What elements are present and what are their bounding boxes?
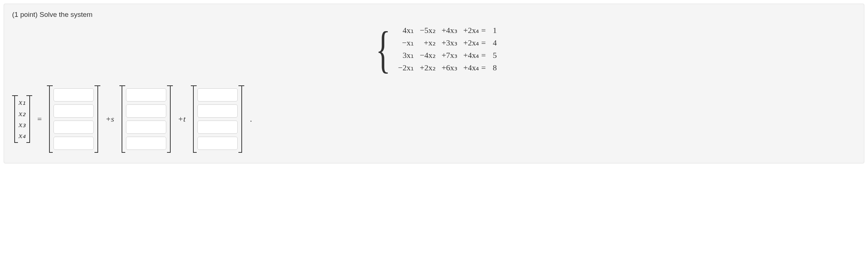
equation-row: 3x₁ −4x₂ +7x₃ +4x₄ = 5 <box>398 50 497 60</box>
s-direction-input-3[interactable] <box>126 121 166 134</box>
eq-rhs: 1 <box>491 25 497 36</box>
eq-term: +4x₄ = <box>463 63 486 73</box>
eq-term: −5x₂ <box>419 25 436 36</box>
var-label: x₄ <box>19 131 26 140</box>
equation-table: 4x₁ −5x₂ +4x₃ +2x₄ = 1 −x₁ +x₂ +3x₃ +2x₄… <box>393 23 502 75</box>
bracket-left-icon <box>47 85 51 153</box>
t-direction-input-3[interactable] <box>197 121 238 134</box>
eq-rhs: 8 <box>491 63 497 73</box>
t-direction-vector <box>191 85 244 153</box>
eq-term: +2x₄ = <box>463 38 486 48</box>
bracket-right-icon <box>29 95 32 143</box>
left-brace-icon: { <box>375 27 390 71</box>
eq-term: 3x₁ <box>398 50 414 60</box>
t-direction-input-1[interactable] <box>197 88 238 101</box>
plus-t-label: +t <box>178 114 186 124</box>
equation-row: 4x₁ −5x₂ +4x₃ +2x₄ = 1 <box>398 25 497 36</box>
eq-term: +4x₄ = <box>463 50 486 60</box>
bracket-left-icon <box>191 85 194 153</box>
var-label: x₁ <box>19 97 26 107</box>
eq-term: 4x₁ <box>398 25 414 36</box>
plus-s-label: +s <box>105 114 114 124</box>
eq-term: −2x₁ <box>398 63 414 73</box>
bracket-right-icon <box>241 85 244 153</box>
trailing-period: . <box>250 114 252 124</box>
eq-term: +7x₃ <box>441 50 458 60</box>
particular-input-2[interactable] <box>53 104 94 118</box>
equation-row: −2x₁ +2x₂ +6x₃ +4x₄ = 8 <box>398 63 497 73</box>
t-direction-input-2[interactable] <box>197 104 238 118</box>
variable-vector: x₁ x₂ x₃ x₄ <box>12 95 32 143</box>
particular-input-1[interactable] <box>53 88 94 101</box>
bracket-right-icon <box>169 85 173 153</box>
s-direction-input-4[interactable] <box>126 137 166 150</box>
s-direction-vector <box>119 85 173 153</box>
particular-input-3[interactable] <box>53 121 94 134</box>
particular-input-4[interactable] <box>53 137 94 150</box>
bracket-left-icon <box>12 95 16 143</box>
equation-row: −x₁ +x₂ +3x₃ +2x₄ = 4 <box>398 38 497 48</box>
instruction-text: Solve the system <box>40 11 93 18</box>
eq-term: +x₂ <box>419 38 436 48</box>
bracket-right-icon <box>97 85 100 153</box>
answer-row: x₁ x₂ x₃ x₄ = +s <box>12 85 856 153</box>
eq-term: −x₁ <box>398 38 414 48</box>
points-label: (1 point) <box>12 11 38 18</box>
system-equations: { 4x₁ −5x₂ +4x₃ +2x₄ = 1 −x₁ +x₂ +3x₃ +2… <box>12 23 856 75</box>
t-direction-input-4[interactable] <box>197 137 238 150</box>
var-label: x₃ <box>19 120 26 129</box>
var-label: x₂ <box>19 109 26 118</box>
problem-panel: (1 point) Solve the system { 4x₁ −5x₂ +4… <box>4 4 864 163</box>
prompt-line: (1 point) Solve the system <box>12 11 856 19</box>
s-direction-input-2[interactable] <box>126 104 166 118</box>
eq-term: +3x₃ <box>441 38 458 48</box>
eq-term: −4x₂ <box>419 50 436 60</box>
eq-rhs: 5 <box>491 50 497 60</box>
s-direction-input-1[interactable] <box>126 88 166 101</box>
eq-term: +2x₄ = <box>463 25 486 36</box>
eq-term: +2x₂ <box>419 63 436 73</box>
particular-vector <box>47 85 100 153</box>
eq-rhs: 4 <box>491 38 497 48</box>
eq-term: +4x₃ <box>441 25 458 36</box>
bracket-left-icon <box>119 85 123 153</box>
eq-term: +6x₃ <box>441 63 458 73</box>
equals-sign: = <box>37 114 42 124</box>
